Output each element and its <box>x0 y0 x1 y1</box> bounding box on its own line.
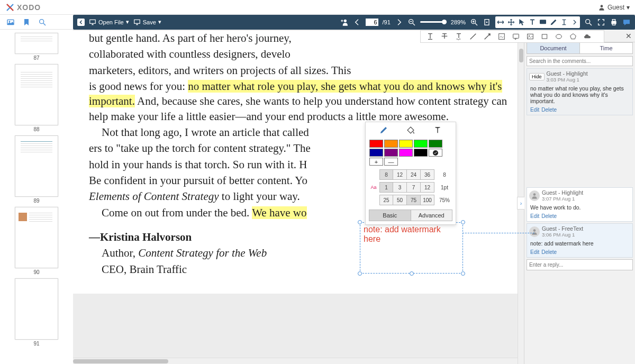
comment-item[interactable]: Guest - FreeText3:06 PM Aug 1 note: add … <box>527 223 633 258</box>
edit-link[interactable]: Edit <box>530 107 539 113</box>
ellipse-icon[interactable] <box>555 32 563 41</box>
color-swatch[interactable] <box>384 149 398 157</box>
size-option[interactable]: 1 <box>379 182 393 193</box>
color-swatch[interactable] <box>369 140 383 148</box>
comment-item[interactable]: Guest - Highlight3:07 PM Aug 1 We have w… <box>527 187 633 222</box>
fill-icon[interactable] <box>406 125 415 135</box>
delete-link[interactable]: Delete <box>541 249 557 255</box>
resize-handle[interactable] <box>410 271 414 276</box>
rectangle-icon[interactable] <box>540 32 549 41</box>
resize-handle[interactable] <box>461 271 465 276</box>
chat-icon[interactable] <box>622 18 631 26</box>
size-option[interactable]: 8 <box>379 169 393 180</box>
image-icon[interactable] <box>6 18 15 26</box>
edit-link[interactable]: Edit <box>530 249 539 255</box>
color-swatch[interactable] <box>399 140 413 148</box>
color-swatch[interactable] <box>414 140 428 148</box>
color-swatch[interactable] <box>429 140 442 148</box>
size-option[interactable]: 7 <box>407 182 421 193</box>
save-button[interactable]: Save▾ <box>133 19 161 26</box>
size-option[interactable]: 24 <box>407 169 421 180</box>
zoom-out-icon[interactable] <box>407 18 416 26</box>
pan-icon[interactable] <box>507 18 515 26</box>
thumbnail[interactable]: 90 <box>15 207 58 275</box>
color-swatch[interactable] <box>399 149 413 157</box>
highlight-annotation[interactable]: We have wo <box>252 206 306 219</box>
bookmark-icon[interactable] <box>22 18 31 26</box>
size-option[interactable]: 36 <box>421 169 434 180</box>
page-number-input[interactable] <box>366 19 378 26</box>
selected-color-swatch[interactable] <box>429 149 442 157</box>
resize-handle[interactable] <box>358 271 362 276</box>
comment-icon[interactable] <box>539 18 547 26</box>
thumbnail[interactable]: 87 <box>15 33 58 61</box>
print-icon[interactable] <box>610 18 618 26</box>
text-strikeout-icon[interactable] <box>440 32 449 41</box>
color-swatch[interactable] <box>414 149 428 157</box>
expand-panel-button[interactable]: › <box>517 197 524 210</box>
text-tool-icon[interactable] <box>528 18 537 26</box>
no-color-swatch[interactable]: — <box>384 158 398 166</box>
text-underline-icon[interactable] <box>426 32 434 41</box>
user-menu[interactable]: Guest ▾ <box>598 4 630 11</box>
hide-comment-button[interactable]: Hide <box>529 73 545 80</box>
edit-icon[interactable] <box>549 18 558 26</box>
select-icon[interactable] <box>518 18 526 26</box>
tab-advanced[interactable]: Advanced <box>411 210 453 221</box>
size-option[interactable]: 3 <box>393 182 407 193</box>
tab-basic[interactable]: Basic <box>369 210 411 221</box>
open-file-button[interactable]: Open File▾ <box>89 19 129 26</box>
comment-item[interactable]: Hide Guest - Highlight3:03 PM Aug 1 no m… <box>527 68 633 115</box>
add-color-swatch[interactable]: + <box>369 158 383 166</box>
color-swatch[interactable] <box>369 149 383 157</box>
note-icon[interactable] <box>512 32 520 41</box>
fullscreen-icon[interactable] <box>597 18 605 26</box>
more-icon[interactable] <box>570 18 579 26</box>
next-page-icon[interactable] <box>395 18 403 26</box>
line-icon[interactable] <box>469 32 477 41</box>
zoom-slider[interactable] <box>420 21 447 23</box>
thumbnail[interactable]: 88 <box>15 64 58 132</box>
fit-width-icon[interactable] <box>496 18 505 26</box>
thumbnail[interactable]: 89 <box>15 135 58 204</box>
resize-handle[interactable] <box>358 220 362 224</box>
delete-link[interactable]: Delete <box>541 213 557 219</box>
collapse-sidebar-button[interactable] <box>77 19 85 26</box>
size-option[interactable]: 12 <box>421 182 434 193</box>
cloud-icon[interactable] <box>583 32 592 41</box>
document-viewport[interactable]: but gentle hand. As part of her hero's j… <box>73 30 524 364</box>
prev-page-icon[interactable] <box>353 18 361 26</box>
zoom-in-icon[interactable] <box>470 18 478 26</box>
image-stamp-icon[interactable] <box>526 32 534 41</box>
search-doc-icon[interactable] <box>584 18 593 26</box>
delete-link[interactable]: Delete <box>541 107 557 113</box>
reply-input[interactable] <box>527 259 633 270</box>
pen-icon[interactable] <box>379 125 388 135</box>
edit-link[interactable]: Edit <box>530 213 539 219</box>
horizontal-scrollbar[interactable] <box>73 358 524 364</box>
close-icon[interactable]: ✕ <box>625 32 632 40</box>
size-option[interactable]: 100 <box>421 195 434 205</box>
polygon-icon[interactable] <box>569 32 577 41</box>
rotate-icon[interactable] <box>483 18 491 26</box>
add-user-icon[interactable] <box>340 18 349 26</box>
thumbnail-sidebar[interactable]: 87 88 89 90 91 <box>0 30 73 364</box>
svg-rect-14 <box>612 19 615 21</box>
arrow-icon[interactable] <box>483 32 492 41</box>
color-swatch[interactable] <box>384 140 398 148</box>
text-squiggly-icon[interactable] <box>455 32 463 41</box>
text-cursor-icon[interactable] <box>560 18 568 26</box>
sort-time-button[interactable]: Time <box>580 42 633 54</box>
text-style-icon[interactable] <box>433 125 442 135</box>
size-option[interactable]: 12 <box>393 169 407 180</box>
comments-search-input[interactable] <box>527 56 633 66</box>
size-option[interactable]: 50 <box>393 195 407 205</box>
thumbnail[interactable]: 91 <box>15 278 58 347</box>
size-option[interactable]: 25 <box>379 195 393 205</box>
freetext-annotation[interactable]: note: add watermark here <box>360 222 463 274</box>
resize-handle[interactable] <box>461 220 465 224</box>
search-icon[interactable] <box>38 18 47 26</box>
sort-document-button[interactable]: Document <box>527 42 580 54</box>
signature-icon[interactable] <box>497 32 506 41</box>
size-option[interactable]: 75 <box>407 195 421 205</box>
